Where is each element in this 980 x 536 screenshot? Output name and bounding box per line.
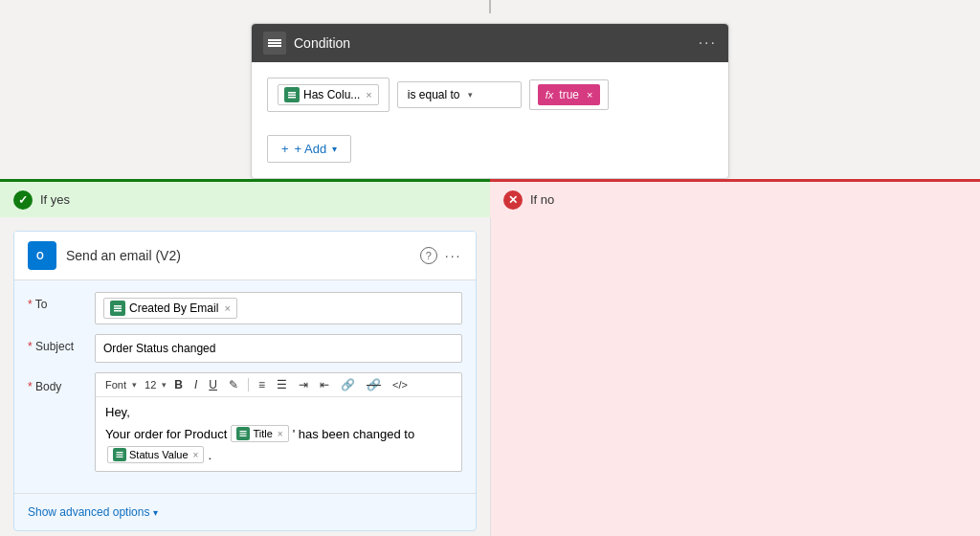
font-chevron: ▾ bbox=[132, 380, 137, 390]
svg-rect-0 bbox=[268, 39, 281, 41]
add-button-wrapper: + + Add ▾ bbox=[267, 123, 713, 163]
condition-more-button[interactable]: ··· bbox=[699, 34, 717, 52]
body-row: * Body Font ▾ 12 ▾ bbox=[28, 372, 462, 472]
link-button[interactable]: 🔗 bbox=[337, 377, 359, 392]
unlink-button[interactable]: 🔗 bbox=[363, 377, 385, 392]
outlook-icon: O bbox=[28, 241, 56, 270]
svg-rect-4 bbox=[288, 95, 296, 97]
content-area: O Send an email (V2) ? ··· * To bbox=[0, 217, 980, 536]
has-column-label: Has Colu... bbox=[303, 88, 360, 101]
branch-no-label: If no bbox=[530, 192, 554, 207]
fx-value: true bbox=[559, 88, 579, 101]
subject-label: * Subject bbox=[28, 334, 85, 353]
body-toolbar: Font ▾ 12 ▾ B I U ✎ ≡ bbox=[96, 373, 461, 397]
has-column-tag[interactable]: Has Colu... × bbox=[278, 84, 379, 105]
ordered-list-button[interactable]: ☰ bbox=[273, 377, 291, 392]
add-icon: + bbox=[281, 142, 289, 156]
svg-rect-3 bbox=[288, 92, 296, 94]
subject-field[interactable]: Order Status changed bbox=[95, 334, 462, 363]
body-hey: Hey, bbox=[105, 405, 452, 419]
condition-section: Condition ··· Has Col bbox=[0, 13, 980, 179]
email-more-button[interactable]: ··· bbox=[445, 248, 462, 263]
to-tag-close[interactable]: × bbox=[224, 302, 230, 314]
condition-row: Has Colu... × is equal to ▾ fx true × bbox=[267, 78, 713, 112]
body-label: * Body bbox=[28, 372, 85, 393]
to-tag-icon bbox=[110, 301, 125, 316]
italic-button[interactable]: I bbox=[190, 377, 201, 392]
pencil-button[interactable]: ✎ bbox=[225, 377, 242, 392]
email-card-title: Send an email (V2) bbox=[66, 248, 181, 263]
to-required: * bbox=[28, 298, 33, 311]
add-chevron: ▾ bbox=[332, 144, 337, 154]
body-line-3: Status Value × . bbox=[105, 446, 452, 463]
right-panel bbox=[491, 217, 981, 536]
fx-close[interactable]: × bbox=[587, 89, 592, 100]
subject-row: * Subject Order Status changed bbox=[28, 334, 462, 363]
condition-icon bbox=[263, 32, 286, 55]
body-text2: ' has been changed to bbox=[293, 427, 415, 441]
toolbar-divider-1 bbox=[248, 378, 249, 391]
advanced-options-row: Show advanced options ▾ bbox=[14, 493, 476, 530]
product-tag[interactable]: Title × bbox=[231, 425, 288, 442]
show-advanced-chevron: ▾ bbox=[153, 507, 158, 518]
branch-area: ✓ If yes ✕ If no bbox=[0, 179, 980, 217]
condition-header: Condition ··· bbox=[252, 24, 728, 62]
body-content[interactable]: Hey, Your order for Product bbox=[96, 397, 461, 471]
branch-yes-label: If yes bbox=[40, 192, 70, 207]
body-line-2: Your order for Product bbox=[105, 425, 452, 442]
branch-no-icon: ✕ bbox=[503, 190, 523, 210]
add-button[interactable]: + + Add ▾ bbox=[267, 135, 351, 163]
svg-rect-11 bbox=[240, 431, 247, 432]
left-panel: O Send an email (V2) ? ··· * To bbox=[0, 217, 491, 536]
to-label: * To bbox=[28, 292, 85, 311]
font-name: Font bbox=[101, 377, 130, 392]
code-button[interactable]: </> bbox=[389, 378, 412, 391]
has-column-close[interactable]: × bbox=[366, 89, 371, 100]
to-tag[interactable]: Created By Email × bbox=[103, 298, 237, 319]
operator-select[interactable]: is equal to ▾ bbox=[397, 81, 522, 108]
font-select[interactable]: Font ▾ bbox=[101, 377, 137, 392]
svg-text:O: O bbox=[36, 251, 44, 261]
status-tag-close[interactable]: × bbox=[193, 450, 199, 460]
email-header-right: ? ··· bbox=[420, 247, 462, 264]
email-card-header: O Send an email (V2) ? ··· bbox=[14, 232, 476, 280]
outdent-button[interactable]: ⇤ bbox=[316, 377, 333, 392]
email-header-left: O Send an email (V2) bbox=[28, 241, 181, 270]
operator-chevron: ▾ bbox=[468, 90, 473, 100]
svg-rect-1 bbox=[268, 42, 281, 44]
status-tag-icon bbox=[113, 448, 126, 461]
branch-no: ✕ If no bbox=[490, 179, 980, 217]
svg-rect-15 bbox=[117, 454, 123, 455]
svg-rect-2 bbox=[268, 45, 281, 47]
bullet-list-button[interactable]: ≡ bbox=[255, 377, 269, 392]
product-title-close[interactable]: × bbox=[278, 429, 283, 439]
size-select[interactable]: 12 ▾ bbox=[141, 377, 167, 392]
bold-button[interactable]: B bbox=[170, 377, 187, 392]
condition-card: Condition ··· Has Col bbox=[251, 23, 729, 179]
indent-button[interactable]: ⇥ bbox=[295, 377, 312, 392]
product-tag-icon bbox=[236, 427, 250, 440]
email-body: * To Created By E bbox=[14, 280, 476, 493]
body-required: * bbox=[28, 380, 33, 393]
branch-yes-icon: ✓ bbox=[13, 190, 33, 210]
bottom-connector: + bbox=[13, 531, 477, 536]
help-button[interactable]: ? bbox=[420, 247, 437, 264]
status-tag[interactable]: Status Value × bbox=[107, 446, 204, 463]
status-tag-label: Status Value bbox=[129, 449, 189, 460]
svg-rect-5 bbox=[288, 97, 296, 99]
body-field[interactable]: Font ▾ 12 ▾ B I U ✎ ≡ bbox=[95, 372, 462, 472]
value-box: fx true × bbox=[529, 79, 610, 110]
to-row: * To Created By E bbox=[28, 292, 462, 324]
svg-rect-10 bbox=[114, 310, 122, 312]
svg-rect-8 bbox=[114, 305, 122, 307]
add-label: + Add bbox=[295, 142, 327, 156]
show-advanced-button[interactable]: Show advanced options ▾ bbox=[28, 498, 462, 523]
svg-rect-12 bbox=[240, 433, 247, 434]
email-card: O Send an email (V2) ? ··· * To bbox=[13, 231, 477, 531]
condition-body: Has Colu... × is equal to ▾ fx true × bbox=[252, 62, 728, 178]
underline-button[interactable]: U bbox=[205, 377, 221, 392]
product-title-label: Title bbox=[253, 428, 272, 439]
to-field[interactable]: Created By Email × bbox=[95, 292, 462, 324]
body-dot: . bbox=[208, 448, 212, 462]
subject-required: * bbox=[28, 340, 33, 353]
